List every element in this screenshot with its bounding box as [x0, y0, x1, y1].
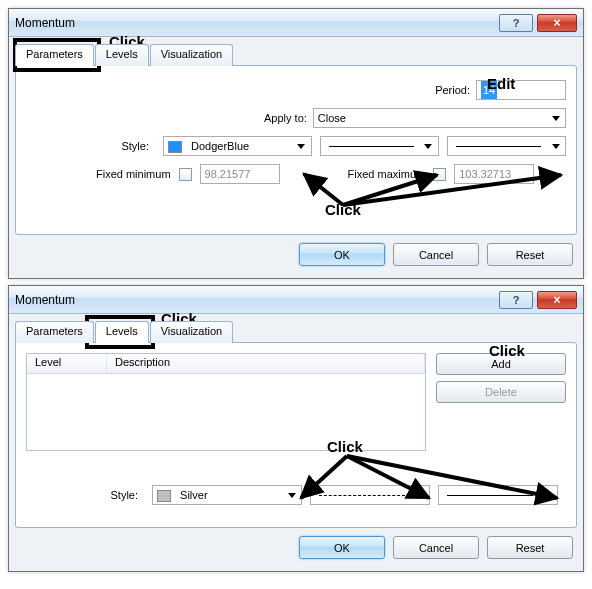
applyto-label: Apply to:	[264, 112, 313, 124]
chevron-down-icon	[421, 139, 436, 154]
momentum-dialog-parameters: Momentum ? × Parameters Levels Visualiza…	[8, 8, 584, 279]
fixedmax-label: Fixed maximum	[348, 168, 426, 180]
close-button[interactable]: ×	[537, 14, 577, 32]
window-title: Momentum	[15, 293, 499, 307]
col-description: Description	[107, 354, 425, 373]
style-color-swatch	[168, 141, 182, 153]
tab-levels[interactable]: Levels	[95, 44, 149, 66]
add-button[interactable]: Add	[436, 353, 566, 375]
dialog-body: Parameters Levels Visualization Level De…	[9, 314, 583, 571]
momentum-dialog-levels: Momentum ? × Parameters Levels Visualiza…	[8, 285, 584, 572]
close-icon: ×	[553, 16, 560, 30]
chevron-down-icon	[294, 139, 309, 154]
tab-parameters[interactable]: Parameters	[15, 44, 94, 66]
applyto-value: Close	[318, 112, 346, 124]
style-color-name: DodgerBlue	[191, 140, 249, 152]
style-color-name: Silver	[180, 489, 208, 501]
window-title: Momentum	[15, 16, 499, 30]
ok-button[interactable]: OK	[299, 536, 385, 559]
levels-table[interactable]: Level Description	[26, 353, 426, 451]
style-color-swatch	[157, 490, 171, 502]
help-button[interactable]: ?	[499, 291, 533, 309]
tab-visualization[interactable]: Visualization	[150, 44, 234, 66]
chevron-down-icon	[284, 488, 299, 503]
fixedmax-value[interactable]: 103.32713	[454, 164, 534, 184]
tab-strip: Parameters Levels Visualization	[15, 320, 577, 342]
titlebar[interactable]: Momentum ? ×	[9, 286, 583, 314]
line-weight-select[interactable]	[438, 485, 558, 505]
tab-levels[interactable]: Levels	[95, 321, 149, 343]
side-buttons: Add Delete	[436, 353, 566, 451]
ok-button[interactable]: OK	[299, 243, 385, 266]
tab-strip: Parameters Levels Visualization	[15, 43, 577, 65]
period-label: Period:	[435, 84, 476, 96]
applyto-select[interactable]: Close	[313, 108, 566, 128]
fixedmin-value[interactable]: 98.21577	[200, 164, 280, 184]
cancel-button[interactable]: Cancel	[393, 243, 479, 266]
tab-parameters[interactable]: Parameters	[15, 321, 94, 343]
reset-button[interactable]: Reset	[487, 536, 573, 559]
line-pattern-select[interactable]	[310, 485, 430, 505]
style-color-select[interactable]: DodgerBlue	[163, 136, 312, 156]
tab-panel-levels: Level Description Add Delete Style: Silv…	[15, 342, 577, 528]
cancel-button[interactable]: Cancel	[393, 536, 479, 559]
table-header: Level Description	[27, 354, 425, 374]
close-icon: ×	[553, 293, 560, 307]
table-body-empty	[27, 374, 425, 450]
style-color-select[interactable]: Silver	[152, 485, 302, 505]
chevron-down-icon	[548, 139, 563, 154]
button-row: OK Cancel Reset	[15, 528, 577, 565]
button-row: OK Cancel Reset	[15, 235, 577, 272]
period-value: 14	[481, 81, 497, 99]
col-level: Level	[27, 354, 107, 373]
fixedmax-checkbox[interactable]	[433, 168, 446, 181]
help-button[interactable]: ?	[499, 14, 533, 32]
line-weight-select[interactable]	[447, 136, 566, 156]
close-button[interactable]: ×	[537, 291, 577, 309]
chevron-down-icon	[412, 488, 427, 503]
chevron-down-icon	[548, 111, 563, 126]
fixedmin-label: Fixed minimum	[96, 168, 171, 180]
dialog-body: Parameters Levels Visualization Period: …	[9, 37, 583, 278]
line-pattern-select[interactable]	[320, 136, 439, 156]
period-input[interactable]: 14	[476, 80, 566, 100]
style-label: Style:	[26, 140, 155, 152]
reset-button[interactable]: Reset	[487, 243, 573, 266]
titlebar[interactable]: Momentum ? ×	[9, 9, 583, 37]
tab-panel-parameters: Period: 14 Apply to: Close Style: Do	[15, 65, 577, 235]
fixedmin-checkbox[interactable]	[179, 168, 192, 181]
tab-visualization[interactable]: Visualization	[150, 321, 234, 343]
chevron-down-icon	[540, 488, 555, 503]
style-label: Style:	[26, 489, 144, 501]
delete-button[interactable]: Delete	[436, 381, 566, 403]
